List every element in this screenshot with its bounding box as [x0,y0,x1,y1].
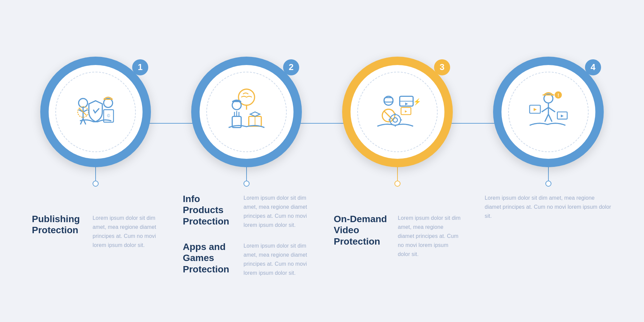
item-4-number: 4 [585,59,601,75]
item-3-icon: ▶ ▶ ⚡ [364,78,431,145]
item-2-dot [244,181,250,187]
svg-text:⚡: ⚡ [413,98,421,106]
svg-text:©: © [107,114,110,118]
svg-text:▶: ▶ [405,101,408,105]
item-1-dot [93,181,99,187]
svg-text:▶: ▶ [405,110,407,113]
item-2-number: 2 [283,59,299,75]
svg-marker-22 [250,112,260,116]
item-3-stem [397,167,398,181]
item-2-icon [213,78,280,145]
svg-line-43 [548,107,555,112]
infographic: 1 [20,43,624,279]
item-1-number: 1 [132,59,148,75]
item-1-icon: © [62,78,129,145]
item-1-circle: 1 [40,57,151,167]
item-2-column: 2 [176,57,317,187]
svg-line-42 [542,107,548,112]
item-1-text: PublishingProtection Lorem ipsum dolor s… [25,193,166,250]
item-2-title: Info ProductsProtection [183,193,238,227]
item-2-stem [246,167,247,181]
item-4-icon: ! ▶ ▶ [515,78,582,145]
item-3-column: 3 [327,57,468,187]
item-4-text: Lorem ipsum dolor sit dim amet, mea regi… [478,193,619,221]
item-1-stem [95,167,96,181]
item-1-title: PublishingProtection [32,213,87,236]
svg-text:!: ! [557,92,559,98]
item-4-column: 4 [478,57,619,187]
item-1-column: 1 [25,57,166,187]
svg-line-4 [80,119,83,124]
svg-line-44 [545,114,548,122]
item-3-number: 3 [434,59,450,75]
svg-text:▶: ▶ [534,107,537,112]
item-2-desc: Lorem ipsum dolor sit dim amet, mea regi… [244,193,310,230]
item-4-circle: 4 [493,57,604,167]
item-4-stem [548,167,549,181]
svg-text:▶: ▶ [561,113,564,117]
svg-line-45 [548,114,552,122]
svg-point-0 [78,99,88,108]
item-4-desc: Lorem ipsum dolor sit dim amet, mea regi… [485,193,612,221]
item-3-title: On-DemandVideo Protection [334,213,392,247]
item-2-subdesc: Lorem ipsum dolor sit dim amet, mea regi… [244,241,310,278]
item-2-circle: 2 [191,57,302,167]
item-3-circle: 3 [342,57,453,167]
item-2-text: Info ProductsProtection Lorem ipsum dolo… [176,193,317,279]
item-2-subtitle: Apps and GamesProtection [183,241,238,275]
item-3-desc: Lorem ipsum dolor sit dim amet, mea regi… [398,213,461,259]
svg-line-3 [83,110,88,112]
item-1-desc: Lorem ipsum dolor sit dim amet, mea regi… [93,213,159,250]
item-3-dot [394,181,400,187]
item-3-text: On-DemandVideo Protection Lorem ipsum do… [327,193,468,259]
item-4-dot [545,181,551,187]
